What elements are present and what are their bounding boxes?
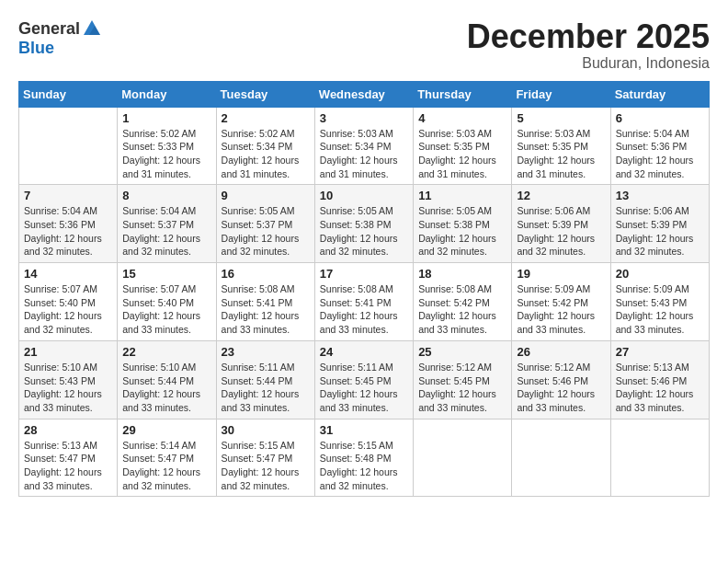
- day-info: Sunrise: 5:06 AMSunset: 5:39 PMDaylight:…: [517, 204, 605, 259]
- day-info: Sunrise: 5:09 AMSunset: 5:43 PMDaylight:…: [616, 282, 704, 337]
- day-number: 10: [320, 189, 408, 202]
- calendar-cell: 9Sunrise: 5:05 AMSunset: 5:37 PMDaylight…: [216, 185, 314, 263]
- day-info: Sunrise: 5:04 AMSunset: 5:36 PMDaylight:…: [616, 127, 704, 181]
- logo-icon: [82, 18, 102, 39]
- day-number: 27: [616, 345, 704, 359]
- day-number: 6: [616, 111, 704, 125]
- calendar-cell: 12Sunrise: 5:06 AMSunset: 5:39 PMDayligh…: [512, 185, 610, 263]
- logo: General Blue: [18, 18, 104, 58]
- month-title: December 2025: [467, 18, 710, 55]
- calendar-cell: 24Sunrise: 5:11 AMSunset: 5:45 PMDayligh…: [314, 340, 413, 419]
- calendar-cell: 15Sunrise: 5:07 AMSunset: 5:40 PMDayligh…: [118, 263, 216, 341]
- calendar-cell: 20Sunrise: 5:09 AMSunset: 5:43 PMDayligh…: [610, 263, 709, 341]
- day-number: 14: [24, 267, 112, 281]
- header-saturday: Saturday: [610, 81, 709, 107]
- calendar-week-row: 28Sunrise: 5:13 AMSunset: 5:47 PMDayligh…: [19, 419, 710, 497]
- calendar-cell: 1Sunrise: 5:02 AMSunset: 5:33 PMDaylight…: [118, 107, 216, 185]
- calendar-cell: 31Sunrise: 5:15 AMSunset: 5:48 PMDayligh…: [314, 419, 413, 497]
- day-info: Sunrise: 5:05 AMSunset: 5:38 PMDaylight:…: [320, 204, 408, 259]
- day-info: Sunrise: 5:10 AMSunset: 5:44 PMDaylight:…: [122, 361, 210, 415]
- calendar-cell: 27Sunrise: 5:13 AMSunset: 5:46 PMDayligh…: [610, 340, 709, 419]
- day-number: 29: [122, 423, 210, 437]
- day-number: 7: [24, 189, 112, 202]
- day-number: 31: [320, 423, 408, 437]
- header-sunday: Sunday: [19, 81, 118, 107]
- page-header: General Blue December 2025 Buduran, Indo…: [18, 18, 710, 72]
- day-number: 9: [222, 189, 310, 202]
- calendar-cell: 11Sunrise: 5:05 AMSunset: 5:38 PMDayligh…: [414, 185, 512, 263]
- day-info: Sunrise: 5:03 AMSunset: 5:35 PMDaylight:…: [517, 127, 605, 181]
- day-number: 23: [222, 345, 310, 359]
- day-info: Sunrise: 5:13 AMSunset: 5:46 PMDaylight:…: [616, 361, 704, 415]
- calendar-cell: 30Sunrise: 5:15 AMSunset: 5:47 PMDayligh…: [216, 419, 314, 497]
- calendar-cell: 23Sunrise: 5:11 AMSunset: 5:44 PMDayligh…: [216, 340, 314, 419]
- day-number: 30: [222, 423, 310, 437]
- calendar-cell: 7Sunrise: 5:04 AMSunset: 5:36 PMDaylight…: [19, 185, 118, 263]
- day-number: 18: [418, 267, 506, 281]
- day-info: Sunrise: 5:03 AMSunset: 5:35 PMDaylight:…: [418, 127, 506, 181]
- day-number: 26: [517, 345, 605, 359]
- day-number: 8: [122, 189, 210, 202]
- day-number: 15: [122, 267, 210, 281]
- day-number: 28: [24, 423, 112, 437]
- title-area: December 2025 Buduran, Indonesia: [467, 18, 710, 72]
- day-number: 13: [616, 189, 704, 202]
- day-info: Sunrise: 5:08 AMSunset: 5:41 PMDaylight:…: [320, 282, 408, 337]
- day-number: 16: [222, 267, 310, 281]
- day-info: Sunrise: 5:03 AMSunset: 5:34 PMDaylight:…: [320, 127, 408, 181]
- calendar-cell: [414, 419, 512, 497]
- day-number: 24: [320, 345, 408, 359]
- calendar-header-row: SundayMondayTuesdayWednesdayThursdayFrid…: [19, 81, 710, 107]
- calendar-cell: 17Sunrise: 5:08 AMSunset: 5:41 PMDayligh…: [314, 263, 413, 341]
- calendar-cell: 3Sunrise: 5:03 AMSunset: 5:34 PMDaylight…: [314, 107, 413, 185]
- day-info: Sunrise: 5:08 AMSunset: 5:41 PMDaylight:…: [222, 282, 310, 337]
- day-number: 5: [517, 111, 605, 125]
- calendar-cell: [19, 107, 118, 185]
- day-number: 20: [616, 267, 704, 281]
- calendar-cell: [512, 419, 610, 497]
- calendar-cell: 6Sunrise: 5:04 AMSunset: 5:36 PMDaylight…: [610, 107, 709, 185]
- calendar-cell: 25Sunrise: 5:12 AMSunset: 5:45 PMDayligh…: [414, 340, 512, 419]
- calendar-cell: 16Sunrise: 5:08 AMSunset: 5:41 PMDayligh…: [216, 263, 314, 341]
- calendar-cell: 10Sunrise: 5:05 AMSunset: 5:38 PMDayligh…: [314, 185, 413, 263]
- day-info: Sunrise: 5:15 AMSunset: 5:47 PMDaylight:…: [222, 439, 310, 493]
- day-number: 11: [418, 189, 506, 202]
- calendar-cell: 28Sunrise: 5:13 AMSunset: 5:47 PMDayligh…: [19, 419, 118, 497]
- day-number: 4: [418, 111, 506, 125]
- day-info: Sunrise: 5:08 AMSunset: 5:42 PMDaylight:…: [418, 282, 506, 337]
- calendar-cell: 29Sunrise: 5:14 AMSunset: 5:47 PMDayligh…: [118, 419, 216, 497]
- day-info: Sunrise: 5:07 AMSunset: 5:40 PMDaylight:…: [122, 282, 210, 337]
- calendar-cell: 13Sunrise: 5:06 AMSunset: 5:39 PMDayligh…: [610, 185, 709, 263]
- day-info: Sunrise: 5:13 AMSunset: 5:47 PMDaylight:…: [24, 439, 112, 493]
- calendar-cell: 19Sunrise: 5:09 AMSunset: 5:42 PMDayligh…: [512, 263, 610, 341]
- day-info: Sunrise: 5:05 AMSunset: 5:38 PMDaylight:…: [418, 204, 506, 259]
- day-number: 21: [24, 345, 112, 359]
- day-info: Sunrise: 5:02 AMSunset: 5:33 PMDaylight:…: [122, 127, 210, 181]
- day-number: 3: [320, 111, 408, 125]
- calendar-table: SundayMondayTuesdayWednesdayThursdayFrid…: [18, 81, 710, 498]
- calendar-cell: [610, 419, 709, 497]
- day-info: Sunrise: 5:07 AMSunset: 5:40 PMDaylight:…: [24, 282, 112, 337]
- calendar-week-row: 14Sunrise: 5:07 AMSunset: 5:40 PMDayligh…: [19, 263, 710, 341]
- day-number: 25: [418, 345, 506, 359]
- calendar-cell: 22Sunrise: 5:10 AMSunset: 5:44 PMDayligh…: [118, 340, 216, 419]
- day-number: 2: [222, 111, 310, 125]
- calendar-cell: 5Sunrise: 5:03 AMSunset: 5:35 PMDaylight…: [512, 107, 610, 185]
- calendar-week-row: 21Sunrise: 5:10 AMSunset: 5:43 PMDayligh…: [19, 340, 710, 419]
- header-thursday: Thursday: [414, 81, 512, 107]
- day-info: Sunrise: 5:05 AMSunset: 5:37 PMDaylight:…: [222, 204, 310, 259]
- day-number: 19: [517, 267, 605, 281]
- day-info: Sunrise: 5:04 AMSunset: 5:36 PMDaylight:…: [24, 204, 112, 259]
- calendar-cell: 21Sunrise: 5:10 AMSunset: 5:43 PMDayligh…: [19, 340, 118, 419]
- header-monday: Monday: [118, 81, 216, 107]
- calendar-week-row: 7Sunrise: 5:04 AMSunset: 5:36 PMDaylight…: [19, 185, 710, 263]
- logo-general-text: General: [18, 19, 80, 39]
- location-subtitle: Buduran, Indonesia: [467, 55, 710, 72]
- logo-blue-text: Blue: [18, 39, 54, 58]
- day-info: Sunrise: 5:12 AMSunset: 5:46 PMDaylight:…: [517, 361, 605, 415]
- header-wednesday: Wednesday: [314, 81, 413, 107]
- calendar-cell: 4Sunrise: 5:03 AMSunset: 5:35 PMDaylight…: [414, 107, 512, 185]
- day-info: Sunrise: 5:09 AMSunset: 5:42 PMDaylight:…: [517, 282, 605, 337]
- calendar-cell: 14Sunrise: 5:07 AMSunset: 5:40 PMDayligh…: [19, 263, 118, 341]
- header-tuesday: Tuesday: [216, 81, 314, 107]
